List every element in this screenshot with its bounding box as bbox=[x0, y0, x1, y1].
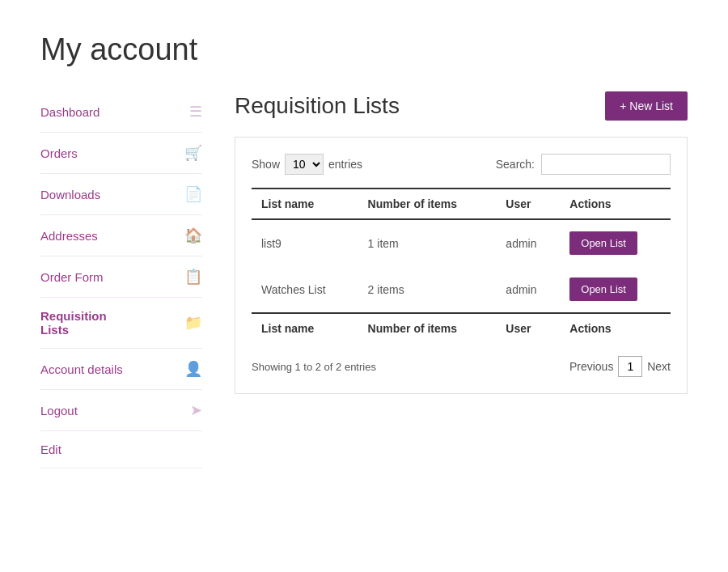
addresses-icon: 🏠 bbox=[184, 227, 202, 244]
col-footer-list-name: List name bbox=[252, 313, 358, 343]
col-header-list-name: List name bbox=[252, 189, 358, 219]
sidebar-label-requisition-lists: RequisitionLists bbox=[40, 309, 107, 337]
sidebar-item-orders[interactable]: Orders 🛒 bbox=[40, 133, 202, 174]
dashboard-icon: ☰ bbox=[189, 103, 202, 121]
search-box: Search: bbox=[496, 154, 671, 175]
table-container: Show 10 25 50 entries Search: bbox=[235, 137, 688, 394]
table-row: list9 1 item admin Open List bbox=[252, 219, 671, 266]
next-button[interactable]: Next bbox=[647, 360, 671, 373]
page-1-button[interactable]: 1 bbox=[618, 356, 642, 377]
table-controls: Show 10 25 50 entries Search: bbox=[252, 154, 671, 175]
logout-icon: ➤ bbox=[190, 401, 202, 419]
sidebar-item-edit[interactable]: Edit bbox=[40, 431, 202, 468]
order-form-icon: 📋 bbox=[184, 268, 202, 286]
sidebar-item-order-form[interactable]: Order Form 📋 bbox=[40, 256, 202, 298]
pagination-row: Showing 1 to 2 of 2 entries Previous 1 N… bbox=[252, 356, 671, 377]
sidebar-label-dashboard: Dashboard bbox=[40, 105, 99, 119]
col-footer-actions: Actions bbox=[560, 313, 671, 343]
sidebar-item-downloads[interactable]: Downloads 📄 bbox=[40, 174, 202, 215]
entries-select[interactable]: 10 25 50 bbox=[285, 154, 324, 175]
open-list-button-2[interactable]: Open List bbox=[569, 278, 637, 301]
sidebar-item-account-details[interactable]: Account details 👤 bbox=[40, 349, 202, 390]
cell-action-1: Open List bbox=[560, 219, 671, 266]
show-label: Show bbox=[252, 158, 280, 171]
cell-user-2: admin bbox=[496, 266, 560, 313]
cell-num-items-1: 1 item bbox=[358, 219, 497, 266]
sidebar-label-downloads: Downloads bbox=[40, 188, 100, 201]
cell-num-items-2: 2 items bbox=[358, 266, 497, 313]
table-footer-row: List name Number of items User Actions bbox=[252, 313, 671, 343]
content-title: Requisition Lists bbox=[235, 93, 400, 119]
main-content: Requisition Lists + New List Show 10 25 … bbox=[235, 91, 688, 468]
cell-list-name-2: Watches List bbox=[252, 266, 358, 313]
search-label: Search: bbox=[496, 158, 535, 171]
sidebar-label-orders: Orders bbox=[40, 146, 78, 160]
sidebar-label-logout: Logout bbox=[40, 404, 78, 417]
sidebar-item-logout[interactable]: Logout ➤ bbox=[40, 390, 202, 431]
requisition-lists-icon: 📁 bbox=[184, 314, 202, 332]
open-list-button-1[interactable]: Open List bbox=[569, 231, 637, 255]
show-entries: Show 10 25 50 entries bbox=[252, 154, 362, 175]
sidebar-label-order-form: Order Form bbox=[40, 270, 104, 284]
cell-action-2: Open List bbox=[560, 266, 671, 313]
table-row: Watches List 2 items admin Open List bbox=[252, 266, 671, 313]
cell-list-name-1: list9 bbox=[252, 219, 358, 266]
pagination-controls: Previous 1 Next bbox=[569, 356, 671, 377]
col-header-actions: Actions bbox=[560, 189, 671, 219]
page-title: My account bbox=[40, 32, 688, 67]
orders-icon: 🛒 bbox=[184, 144, 202, 162]
downloads-icon: 📄 bbox=[184, 185, 202, 203]
col-header-num-items: Number of items bbox=[358, 189, 497, 219]
sidebar-label-addresses: Addresses bbox=[40, 229, 98, 243]
sidebar-item-addresses[interactable]: Addresses 🏠 bbox=[40, 215, 202, 256]
col-header-user: User bbox=[496, 189, 560, 219]
search-input[interactable] bbox=[541, 154, 671, 175]
sidebar-item-dashboard[interactable]: Dashboard ☰ bbox=[40, 91, 202, 133]
table-header-row: List name Number of items User Actions bbox=[252, 189, 671, 219]
showing-text: Showing 1 to 2 of 2 entries bbox=[252, 361, 376, 373]
col-footer-num-items: Number of items bbox=[358, 313, 497, 343]
new-list-button[interactable]: + New List bbox=[605, 91, 688, 121]
data-table: List name Number of items User Actions l… bbox=[252, 188, 671, 343]
entries-label: entries bbox=[328, 158, 362, 171]
sidebar-label-edit: Edit bbox=[40, 443, 61, 456]
sidebar: Dashboard ☰ Orders 🛒 Downloads 📄 Address… bbox=[40, 91, 202, 468]
account-details-icon: 👤 bbox=[184, 360, 202, 378]
sidebar-item-requisition-lists[interactable]: RequisitionLists 📁 bbox=[40, 298, 202, 349]
col-footer-user: User bbox=[496, 313, 560, 343]
cell-user-1: admin bbox=[496, 219, 560, 266]
sidebar-label-account-details: Account details bbox=[40, 362, 123, 376]
content-header: Requisition Lists + New List bbox=[235, 91, 688, 121]
previous-button[interactable]: Previous bbox=[569, 360, 613, 373]
